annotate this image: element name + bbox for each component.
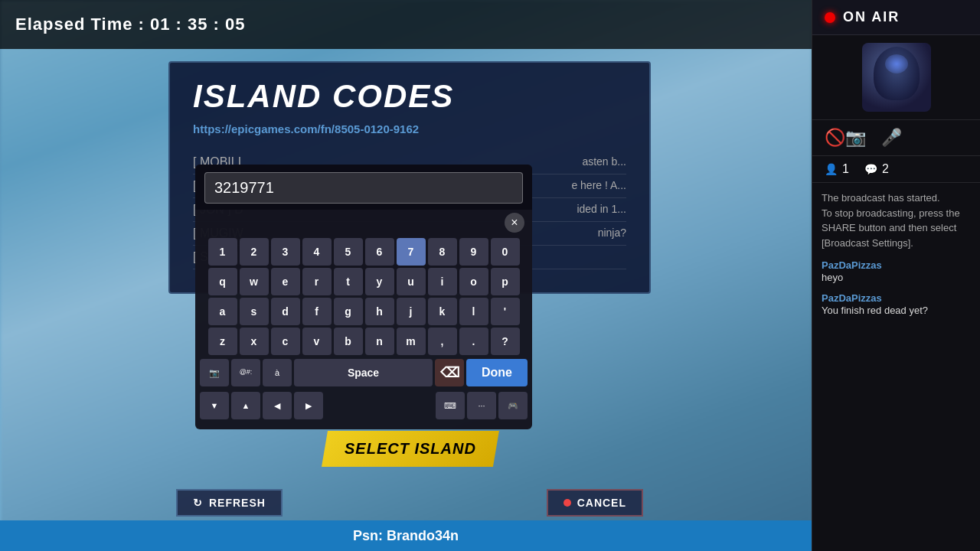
elapsed-value: 01 : 35 : 05 [150,15,246,34]
key-keyboard[interactable]: ⌨ [436,392,465,419]
key-a[interactable]: a [208,298,237,325]
viewer-count: 👤 1 [825,162,849,176]
elapsed-label: Elapsed Time : [15,15,150,34]
key-u[interactable]: u [397,268,426,295]
chat-username-2: PazDaPizzas [822,292,971,304]
key-x[interactable]: x [240,328,269,355]
key-j[interactable]: j [397,298,426,325]
cancel-button[interactable]: CANCEL [547,489,643,517]
on-air-label: ON AIR [843,9,900,25]
key-comma[interactable]: , [428,328,457,355]
key-o[interactable]: o [459,268,488,295]
keyboard-row-z: z x c v b n m , . ? [200,328,528,355]
key-accent[interactable]: à [263,359,292,386]
comment-count: 💬 2 [864,162,889,176]
key-l[interactable]: l [459,298,488,325]
key-8[interactable]: 8 [428,238,457,266]
refresh-icon: ↻ [193,497,203,509]
keyboard-row-a: a s d f g h j k l ' [200,298,528,325]
key-symbols[interactable]: @#: [231,359,260,386]
avatar-section [812,35,980,120]
key-h[interactable]: h [365,298,394,325]
action-bar: ↻ REFRESH CANCEL [168,489,651,517]
key-t[interactable]: t [334,268,363,295]
key-7[interactable]: 7 [397,238,426,266]
key-period[interactable]: . [459,328,488,355]
keyboard-nav-row: ▼ ▲ ◀ ▶ ⌨ ··· 🎮 [200,390,528,421]
elapsed-time-bar: Elapsed Time : 01 : 35 : 05 [0,0,812,49]
key-0[interactable]: 0 [491,238,520,266]
key-done[interactable]: Done [466,359,528,386]
avatar [862,43,931,112]
chat-message-2: PazDaPizzas You finish red dead yet? [822,292,971,318]
keyboard-bottom-row: 📷 @#: à Space ⌫ Done [200,357,528,388]
key-2[interactable]: 2 [240,238,269,266]
key-up[interactable]: ▲ [231,392,260,419]
viewer-count-value: 1 [842,162,849,176]
key-6[interactable]: 6 [365,238,394,266]
key-v[interactable]: v [302,328,332,355]
comment-count-value: 2 [882,162,889,176]
bottom-bar: Psn: Brando34n [0,520,812,551]
keyboard-input[interactable] [204,172,523,204]
key-screenshot[interactable]: 📷 [200,359,229,386]
stream-panel: ON AIR 🚫📷 🎤 👤 1 💬 2 The broadcast has st… [812,0,980,551]
chat-text-2: You finish red dead yet? [822,304,971,318]
refresh-label: REFRESH [209,497,266,509]
key-c[interactable]: c [271,328,300,355]
key-n[interactable]: n [365,328,394,355]
key-m[interactable]: m [397,328,426,355]
key-i[interactable]: i [428,268,457,295]
url-base: https://epicgames.com/fn/ [193,122,335,135]
refresh-button[interactable]: ↻ REFRESH [176,489,283,517]
viewer-icon: 👤 [825,163,838,175]
key-f[interactable]: f [302,298,332,325]
chat-message-1: PazDaPizzas heyo [822,259,971,285]
stream-controls: 🚫📷 🎤 [812,120,980,156]
key-space[interactable]: Space [294,359,433,386]
close-button-row: × [195,210,532,236]
key-backspace[interactable]: ⌫ [435,359,464,386]
key-r[interactable]: r [302,268,332,295]
key-s[interactable]: s [240,298,269,325]
keyboard-row-q: q w e r t y u i o p [200,268,528,295]
select-island-button[interactable]: SELECT ISLAND [322,431,499,467]
mute-audio-button[interactable]: 🎤 [881,128,902,148]
key-gamepad[interactable]: 🎮 [498,392,528,419]
chat-username-1: PazDaPizzas [822,259,971,271]
key-4[interactable]: 4 [302,238,332,266]
keyboard-row-numbers: 1 2 3 4 5 6 7 8 9 0 [200,238,528,266]
key-9[interactable]: 9 [459,238,488,266]
key-z[interactable]: z [208,328,237,355]
key-q[interactable]: q [208,268,237,295]
url-code: 8505-0120-9162 [335,122,419,135]
key-left[interactable]: ◀ [263,392,292,419]
key-g[interactable]: g [334,298,363,325]
key-y[interactable]: y [365,268,394,295]
avatar-glow [885,54,908,73]
key-5[interactable]: 5 [334,238,363,266]
key-more[interactable]: ··· [467,392,496,419]
keyboard-close-button[interactable]: × [505,213,524,233]
key-1[interactable]: 1 [208,238,237,266]
keyboard-overlay: × 1 2 3 4 5 6 7 8 9 0 q w e r t y u i o … [195,165,532,429]
key-e[interactable]: e [271,268,300,295]
on-air-indicator [825,12,835,23]
cancel-icon [564,499,571,507]
key-right[interactable]: ▶ [294,392,323,419]
key-d[interactable]: d [271,298,300,325]
key-apostrophe[interactable]: ' [491,298,520,325]
chat-area: The broadcast has started.To stop broadc… [812,183,980,551]
key-3[interactable]: 3 [271,238,300,266]
key-w[interactable]: w [240,268,269,295]
game-area: Elapsed Time : 01 : 35 : 05 ISLAND CODES… [0,0,812,551]
cancel-label: CANCEL [577,497,626,509]
key-b[interactable]: b [334,328,363,355]
key-down[interactable]: ▼ [200,392,229,419]
chat-text-1: heyo [822,271,971,285]
viewer-counts: 👤 1 💬 2 [812,156,980,183]
key-p[interactable]: p [491,268,520,295]
key-question[interactable]: ? [491,328,520,355]
mute-video-button[interactable]: 🚫📷 [825,128,866,148]
key-k[interactable]: k [428,298,457,325]
